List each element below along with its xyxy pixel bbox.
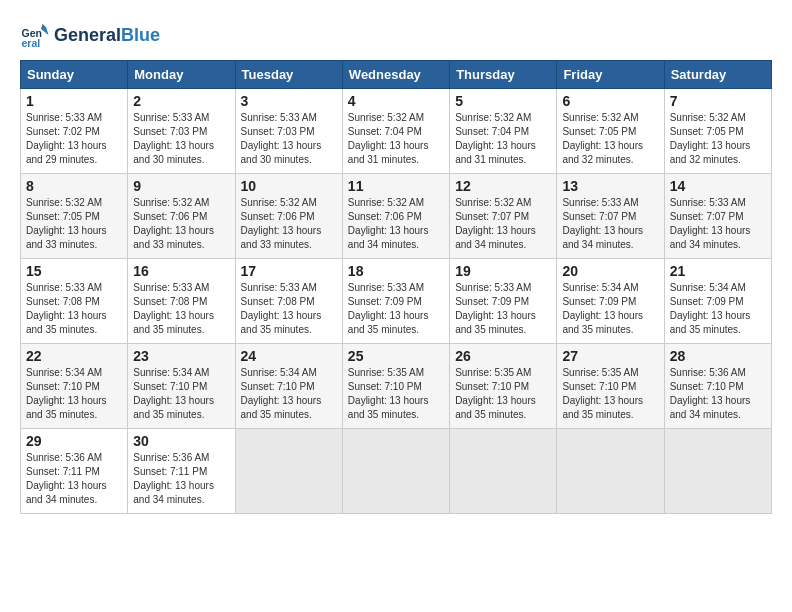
table-row: 1Sunrise: 5:33 AM Sunset: 7:02 PM Daylig…: [21, 89, 128, 174]
day-info: Sunrise: 5:33 AM Sunset: 7:09 PM Dayligh…: [348, 281, 444, 337]
table-row: 18Sunrise: 5:33 AM Sunset: 7:09 PM Dayli…: [342, 259, 449, 344]
day-number: 15: [26, 263, 122, 279]
day-info: Sunrise: 5:33 AM Sunset: 7:03 PM Dayligh…: [241, 111, 337, 167]
day-info: Sunrise: 5:36 AM Sunset: 7:10 PM Dayligh…: [670, 366, 766, 422]
page-header: Gen eral GeneralBlue: [20, 20, 772, 50]
table-row: 27Sunrise: 5:35 AM Sunset: 7:10 PM Dayli…: [557, 344, 664, 429]
table-row: 22Sunrise: 5:34 AM Sunset: 7:10 PM Dayli…: [21, 344, 128, 429]
day-info: Sunrise: 5:34 AM Sunset: 7:10 PM Dayligh…: [26, 366, 122, 422]
svg-marker-2: [41, 24, 50, 35]
calendar-week-row: 8Sunrise: 5:32 AM Sunset: 7:05 PM Daylig…: [21, 174, 772, 259]
day-info: Sunrise: 5:32 AM Sunset: 7:05 PM Dayligh…: [26, 196, 122, 252]
day-info: Sunrise: 5:32 AM Sunset: 7:05 PM Dayligh…: [670, 111, 766, 167]
logo-line1: GeneralBlue: [54, 25, 160, 46]
day-info: Sunrise: 5:32 AM Sunset: 7:04 PM Dayligh…: [348, 111, 444, 167]
table-row: 23Sunrise: 5:34 AM Sunset: 7:10 PM Dayli…: [128, 344, 235, 429]
table-row: [664, 429, 771, 514]
day-info: Sunrise: 5:32 AM Sunset: 7:06 PM Dayligh…: [133, 196, 229, 252]
day-number: 18: [348, 263, 444, 279]
table-row: [450, 429, 557, 514]
calendar-week-row: 15Sunrise: 5:33 AM Sunset: 7:08 PM Dayli…: [21, 259, 772, 344]
day-number: 19: [455, 263, 551, 279]
logo-icon: Gen eral: [20, 20, 50, 50]
day-info: Sunrise: 5:34 AM Sunset: 7:09 PM Dayligh…: [670, 281, 766, 337]
calendar-week-row: 22Sunrise: 5:34 AM Sunset: 7:10 PM Dayli…: [21, 344, 772, 429]
header-tuesday: Tuesday: [235, 61, 342, 89]
table-row: [557, 429, 664, 514]
header-sunday: Sunday: [21, 61, 128, 89]
day-number: 10: [241, 178, 337, 194]
table-row: 8Sunrise: 5:32 AM Sunset: 7:05 PM Daylig…: [21, 174, 128, 259]
calendar-table: Sunday Monday Tuesday Wednesday Thursday…: [20, 60, 772, 514]
table-row: 24Sunrise: 5:34 AM Sunset: 7:10 PM Dayli…: [235, 344, 342, 429]
day-number: 5: [455, 93, 551, 109]
day-number: 16: [133, 263, 229, 279]
table-row: 6Sunrise: 5:32 AM Sunset: 7:05 PM Daylig…: [557, 89, 664, 174]
table-row: 30Sunrise: 5:36 AM Sunset: 7:11 PM Dayli…: [128, 429, 235, 514]
day-info: Sunrise: 5:35 AM Sunset: 7:10 PM Dayligh…: [562, 366, 658, 422]
table-row: 17Sunrise: 5:33 AM Sunset: 7:08 PM Dayli…: [235, 259, 342, 344]
table-row: 9Sunrise: 5:32 AM Sunset: 7:06 PM Daylig…: [128, 174, 235, 259]
table-row: 19Sunrise: 5:33 AM Sunset: 7:09 PM Dayli…: [450, 259, 557, 344]
day-number: 29: [26, 433, 122, 449]
table-row: 26Sunrise: 5:35 AM Sunset: 7:10 PM Dayli…: [450, 344, 557, 429]
day-number: 3: [241, 93, 337, 109]
table-row: 2Sunrise: 5:33 AM Sunset: 7:03 PM Daylig…: [128, 89, 235, 174]
day-info: Sunrise: 5:34 AM Sunset: 7:10 PM Dayligh…: [241, 366, 337, 422]
table-row: [235, 429, 342, 514]
calendar-week-row: 1Sunrise: 5:33 AM Sunset: 7:02 PM Daylig…: [21, 89, 772, 174]
header-wednesday: Wednesday: [342, 61, 449, 89]
day-info: Sunrise: 5:33 AM Sunset: 7:08 PM Dayligh…: [133, 281, 229, 337]
day-number: 22: [26, 348, 122, 364]
day-number: 1: [26, 93, 122, 109]
day-number: 9: [133, 178, 229, 194]
day-number: 13: [562, 178, 658, 194]
table-row: 29Sunrise: 5:36 AM Sunset: 7:11 PM Dayli…: [21, 429, 128, 514]
day-number: 7: [670, 93, 766, 109]
day-number: 12: [455, 178, 551, 194]
day-info: Sunrise: 5:35 AM Sunset: 7:10 PM Dayligh…: [455, 366, 551, 422]
day-number: 30: [133, 433, 229, 449]
day-info: Sunrise: 5:33 AM Sunset: 7:02 PM Dayligh…: [26, 111, 122, 167]
table-row: 21Sunrise: 5:34 AM Sunset: 7:09 PM Dayli…: [664, 259, 771, 344]
day-number: 23: [133, 348, 229, 364]
day-info: Sunrise: 5:32 AM Sunset: 7:04 PM Dayligh…: [455, 111, 551, 167]
table-row: 5Sunrise: 5:32 AM Sunset: 7:04 PM Daylig…: [450, 89, 557, 174]
day-number: 20: [562, 263, 658, 279]
table-row: 7Sunrise: 5:32 AM Sunset: 7:05 PM Daylig…: [664, 89, 771, 174]
day-number: 6: [562, 93, 658, 109]
day-number: 2: [133, 93, 229, 109]
day-info: Sunrise: 5:32 AM Sunset: 7:07 PM Dayligh…: [455, 196, 551, 252]
table-row: 28Sunrise: 5:36 AM Sunset: 7:10 PM Dayli…: [664, 344, 771, 429]
day-number: 14: [670, 178, 766, 194]
header-saturday: Saturday: [664, 61, 771, 89]
day-info: Sunrise: 5:32 AM Sunset: 7:06 PM Dayligh…: [348, 196, 444, 252]
day-info: Sunrise: 5:34 AM Sunset: 7:10 PM Dayligh…: [133, 366, 229, 422]
day-number: 4: [348, 93, 444, 109]
header-thursday: Thursday: [450, 61, 557, 89]
header-friday: Friday: [557, 61, 664, 89]
day-info: Sunrise: 5:32 AM Sunset: 7:06 PM Dayligh…: [241, 196, 337, 252]
day-info: Sunrise: 5:36 AM Sunset: 7:11 PM Dayligh…: [26, 451, 122, 507]
svg-text:eral: eral: [22, 37, 41, 49]
table-row: 16Sunrise: 5:33 AM Sunset: 7:08 PM Dayli…: [128, 259, 235, 344]
table-row: 15Sunrise: 5:33 AM Sunset: 7:08 PM Dayli…: [21, 259, 128, 344]
day-info: Sunrise: 5:33 AM Sunset: 7:08 PM Dayligh…: [26, 281, 122, 337]
table-row: 10Sunrise: 5:32 AM Sunset: 7:06 PM Dayli…: [235, 174, 342, 259]
table-row: 4Sunrise: 5:32 AM Sunset: 7:04 PM Daylig…: [342, 89, 449, 174]
day-info: Sunrise: 5:33 AM Sunset: 7:07 PM Dayligh…: [670, 196, 766, 252]
day-info: Sunrise: 5:33 AM Sunset: 7:07 PM Dayligh…: [562, 196, 658, 252]
day-info: Sunrise: 5:32 AM Sunset: 7:05 PM Dayligh…: [562, 111, 658, 167]
day-number: 26: [455, 348, 551, 364]
table-row: 12Sunrise: 5:32 AM Sunset: 7:07 PM Dayli…: [450, 174, 557, 259]
header-monday: Monday: [128, 61, 235, 89]
day-number: 25: [348, 348, 444, 364]
day-info: Sunrise: 5:36 AM Sunset: 7:11 PM Dayligh…: [133, 451, 229, 507]
weekday-header-row: Sunday Monday Tuesday Wednesday Thursday…: [21, 61, 772, 89]
day-info: Sunrise: 5:34 AM Sunset: 7:09 PM Dayligh…: [562, 281, 658, 337]
table-row: 20Sunrise: 5:34 AM Sunset: 7:09 PM Dayli…: [557, 259, 664, 344]
day-info: Sunrise: 5:33 AM Sunset: 7:03 PM Dayligh…: [133, 111, 229, 167]
table-row: 3Sunrise: 5:33 AM Sunset: 7:03 PM Daylig…: [235, 89, 342, 174]
day-info: Sunrise: 5:33 AM Sunset: 7:09 PM Dayligh…: [455, 281, 551, 337]
table-row: 25Sunrise: 5:35 AM Sunset: 7:10 PM Dayli…: [342, 344, 449, 429]
